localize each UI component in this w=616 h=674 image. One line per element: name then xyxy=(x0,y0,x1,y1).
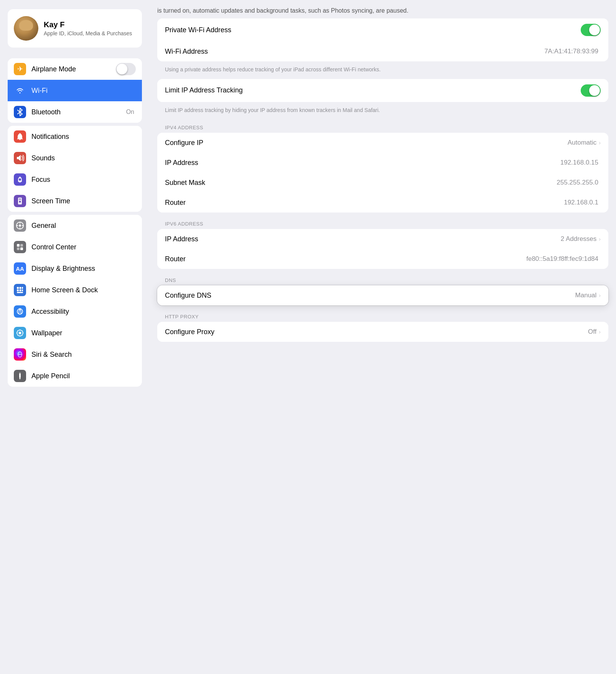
svg-point-20 xyxy=(19,332,21,335)
ip-address-v4-value: 192.168.0.15 xyxy=(560,159,598,166)
subnet-mask-value: 255.255.255.0 xyxy=(557,179,598,186)
configure-proxy-chevron: › xyxy=(599,329,601,335)
bluetooth-icon xyxy=(14,106,26,118)
main-content: is turned on, automatic updates and back… xyxy=(150,0,616,674)
sidebar-label-focus: Focus xyxy=(31,176,136,184)
accessibility-icon xyxy=(14,305,26,318)
sidebar-label-notifications: Notifications xyxy=(31,133,136,141)
private-wifi-toggle[interactable] xyxy=(581,24,601,36)
wallpaper-icon xyxy=(14,327,26,339)
sidebar-item-display-brightness[interactable]: AA Display & Brightness xyxy=(8,258,142,279)
limit-ip-card: Limit IP Address Tracking xyxy=(157,79,608,102)
privacy-desc: Using a private address helps reduce tra… xyxy=(157,64,608,79)
svg-rect-15 xyxy=(22,290,23,292)
svg-rect-9 xyxy=(20,247,23,250)
limit-ip-desc: Limit IP address tracking by hiding your… xyxy=(157,105,608,120)
sidebar-group-connectivity: ✈ Airplane Mode Wi-Fi xyxy=(0,58,150,123)
svg-rect-11 xyxy=(20,287,21,289)
svg-rect-3 xyxy=(19,201,21,203)
profile-card[interactable]: Kay F Apple ID, iCloud, Media & Purchase… xyxy=(8,9,142,48)
sidebar-item-wifi[interactable]: Wi-Fi xyxy=(8,80,142,101)
airplane-mode-toggle[interactable] xyxy=(116,63,136,75)
bluetooth-value: On xyxy=(126,109,134,115)
sidebar-item-apple-pencil[interactable]: Apple Pencil xyxy=(8,365,142,387)
display-brightness-icon: AA xyxy=(14,262,26,275)
configure-proxy-value: Off xyxy=(588,328,596,336)
configure-proxy-row[interactable]: Configure Proxy Off › xyxy=(157,322,608,342)
dns-card: Configure DNS Manual › xyxy=(157,285,608,305)
avatar xyxy=(14,16,38,41)
private-wifi-row[interactable]: Private Wi-Fi Address xyxy=(157,18,608,41)
wifi-icon xyxy=(14,84,26,97)
http-proxy-header: HTTP PROXY xyxy=(157,308,608,322)
svg-rect-8 xyxy=(17,247,20,250)
limit-ip-label: Limit IP Address Tracking xyxy=(165,86,581,94)
sidebar-item-siri-search[interactable]: Siri & Search xyxy=(8,344,142,365)
intro-text: is turned on, automatic updates and back… xyxy=(157,7,408,14)
limit-ip-row[interactable]: Limit IP Address Tracking xyxy=(157,79,608,102)
router-v6-label: Router xyxy=(165,255,526,263)
svg-point-0 xyxy=(19,178,21,181)
sidebar-label-wifi: Wi-Fi xyxy=(31,87,136,95)
sidebar-item-focus[interactable]: Focus xyxy=(8,169,142,190)
private-wifi-label: Private Wi-Fi Address xyxy=(165,26,581,34)
sidebar-group-system: General Control Center AA xyxy=(0,215,150,387)
configure-ip-row[interactable]: Configure IP Automatic › xyxy=(157,133,608,153)
ip-address-v4-label: IP Address xyxy=(165,159,560,167)
sidebar-label-siri-search: Siri & Search xyxy=(31,351,136,359)
svg-rect-2 xyxy=(19,199,21,199)
svg-marker-31 xyxy=(19,378,21,380)
subnet-mask-row: Subnet Mask 255.255.255.0 xyxy=(157,173,608,193)
siri-icon xyxy=(14,348,26,361)
router-v6-value: fe80::5a19:f8ff:fec9:1d84 xyxy=(526,255,598,263)
profile-section: Kay F Apple ID, iCloud, Media & Purchase… xyxy=(0,0,150,55)
sidebar-item-general[interactable]: General xyxy=(8,215,142,236)
focus-icon xyxy=(14,173,26,186)
svg-rect-6 xyxy=(17,244,20,247)
svg-rect-12 xyxy=(22,287,23,289)
apple-pencil-icon xyxy=(14,370,26,382)
sounds-icon xyxy=(14,152,26,164)
sidebar-label-sounds: Sounds xyxy=(31,154,136,162)
ip-address-v6-value: 2 Addresses xyxy=(561,235,597,243)
configure-proxy-label: Configure Proxy xyxy=(165,328,588,336)
sidebar-label-apple-pencil: Apple Pencil xyxy=(31,372,136,380)
limit-ip-toggle[interactable] xyxy=(581,84,601,97)
sidebar-item-wallpaper[interactable]: Wallpaper xyxy=(8,322,142,344)
router-v4-label: Router xyxy=(165,199,564,207)
http-proxy-card: Configure Proxy Off › xyxy=(157,322,608,342)
svg-rect-13 xyxy=(17,290,19,292)
sidebar-item-accessibility[interactable]: Accessibility xyxy=(8,301,142,322)
sidebar-item-sounds[interactable]: Sounds xyxy=(8,147,142,169)
home-screen-icon xyxy=(14,284,26,296)
router-v6-row: Router fe80::5a19:f8ff:fec9:1d84 xyxy=(157,249,608,269)
airplane-mode-icon: ✈ xyxy=(14,63,26,75)
sidebar: Kay F Apple ID, iCloud, Media & Purchase… xyxy=(0,0,150,674)
configure-dns-row[interactable]: Configure DNS Manual › xyxy=(157,285,608,305)
ip-address-v6-row[interactable]: IP Address 2 Addresses › xyxy=(157,229,608,249)
configure-ip-chevron: › xyxy=(599,140,601,146)
sidebar-item-notifications[interactable]: Notifications xyxy=(8,126,142,147)
sidebar-label-screen-time: Screen Time xyxy=(31,197,136,205)
sidebar-item-bluetooth[interactable]: Bluetooth On xyxy=(8,101,142,123)
svg-point-28 xyxy=(21,335,22,335)
sidebar-label-display-brightness: Display & Brightness xyxy=(31,265,136,273)
configure-dns-value: Manual xyxy=(575,292,597,299)
sidebar-item-screen-time[interactable]: Screen Time xyxy=(8,190,142,212)
configure-ip-value: Automatic xyxy=(568,139,597,147)
sidebar-group-alerts: Notifications Sounds xyxy=(0,126,150,212)
ipv6-header: IPV6 ADDRESS xyxy=(157,216,608,229)
wifi-address-label: Wi-Fi Address xyxy=(165,48,544,56)
sidebar-item-control-center[interactable]: Control Center xyxy=(8,236,142,258)
sidebar-item-airplane-mode[interactable]: ✈ Airplane Mode xyxy=(8,58,142,80)
ipv6-card: IP Address 2 Addresses › Router fe80::5a… xyxy=(157,229,608,269)
svg-point-26 xyxy=(21,331,22,331)
profile-name: Kay F xyxy=(44,20,132,29)
control-center-icon xyxy=(14,241,26,253)
screen-time-icon xyxy=(14,195,26,207)
configure-ip-label: Configure IP xyxy=(165,139,568,147)
svg-point-24 xyxy=(22,333,23,334)
sidebar-item-home-screen[interactable]: Home Screen & Dock xyxy=(8,279,142,301)
svg-point-23 xyxy=(16,333,18,334)
configure-dns-label: Configure DNS xyxy=(165,292,575,300)
